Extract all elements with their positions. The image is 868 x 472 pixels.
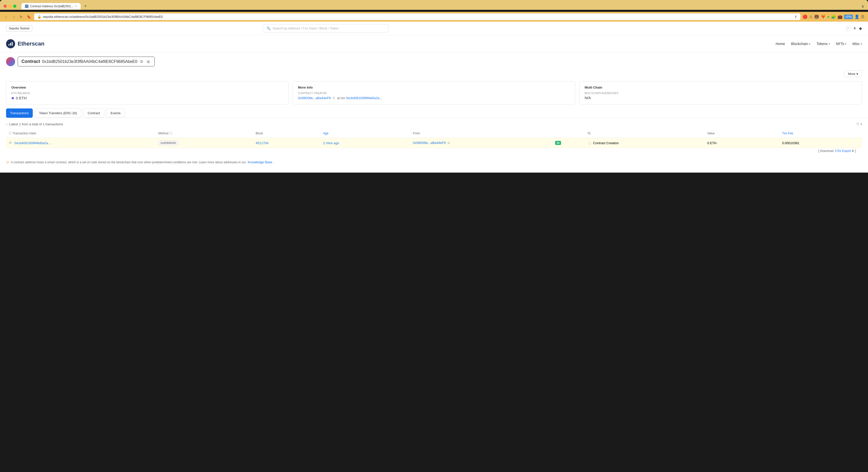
- td-txhash: 👁 0xcb4061009f48d0a2a...: [6, 138, 156, 148]
- qr-code-button[interactable]: ⊞: [146, 59, 151, 64]
- tab-events[interactable]: Events: [106, 108, 125, 118]
- nav-icons: / ☀ ◆: [845, 26, 862, 31]
- close-button[interactable]: [3, 4, 7, 8]
- url-text: sepolia.etherscan.io/address/0x1bdB2501b…: [43, 15, 163, 19]
- bear-icon[interactable]: 🐻: [814, 14, 819, 19]
- contract-creator-label: CONTRACT CREATOR: [298, 92, 570, 95]
- address-bar[interactable]: 🔒 sepolia.etherscan.io/address/0x1bdB250…: [34, 13, 801, 20]
- active-tab[interactable]: Contract Address 0x1bdB2501... ✕: [22, 3, 81, 9]
- multi-chain-title: Multi Chain: [585, 86, 857, 89]
- txhash-link[interactable]: 0xcb4061009f48d0a2a...: [14, 141, 51, 145]
- alert-icon[interactable]: ⚠: [809, 14, 813, 19]
- multichain-label: MULTICHAIN ADDRESSES: [585, 92, 857, 95]
- th-method: Method ⓘ: [156, 129, 253, 138]
- th-dir: [553, 129, 585, 138]
- reload-button[interactable]: ↻: [19, 14, 24, 20]
- cards-row: Overview ETH BALANCE ◆ 0 ETH More Info C…: [0, 79, 868, 108]
- theme-toggle-icon[interactable]: ☀: [853, 26, 857, 31]
- td-method: 0x60806040: [156, 138, 253, 148]
- nav-nfts[interactable]: NFTs ▾: [836, 42, 846, 46]
- share-icon[interactable]: ⬆: [795, 15, 797, 19]
- from-address-link[interactable]: 0x58D09e...aBa44eF8: [413, 141, 445, 145]
- svg-rect-2: [12, 42, 13, 46]
- misc-dropdown-arrow: ▾: [861, 42, 862, 45]
- td-from: 0x58D09e...aBa44eF8 ⧉: [410, 138, 553, 148]
- row-eye-icon[interactable]: 👁: [8, 141, 12, 145]
- table-header-row: ↕ Latest 1 from a total of 1 transaction…: [6, 122, 862, 126]
- extensions-icon[interactable]: 🔴: [803, 14, 808, 19]
- filter-dropdown-arrow[interactable]: ▾: [861, 123, 862, 126]
- fullscreen-button[interactable]: [13, 4, 17, 8]
- multi-chain-card: Multi Chain MULTICHAIN ADDRESSES N/A: [579, 81, 862, 104]
- copy-creator-button[interactable]: ⧉: [332, 96, 336, 100]
- csv-suffix: ]: [855, 149, 856, 153]
- address-actions: ⬆: [795, 15, 797, 19]
- block-link[interactable]: 4511704: [256, 141, 269, 145]
- direction-badge: IN: [555, 141, 561, 145]
- top-nav: Sepolia Testnet 🔍 Search by Address / Tx…: [0, 22, 868, 35]
- new-tab-button[interactable]: +: [82, 2, 89, 10]
- th-age[interactable]: Age: [321, 129, 410, 138]
- minimize-button[interactable]: [8, 4, 11, 8]
- footer-note: ⚙ A contract address hosts a smart contr…: [0, 158, 868, 168]
- user-avatar-icon[interactable]: 👤: [855, 14, 860, 19]
- tab-token-transfers[interactable]: Token Transfers (ERC-20): [35, 108, 81, 118]
- copy-from-button[interactable]: ⧉: [446, 141, 451, 145]
- tab-transactions[interactable]: Transactions: [6, 108, 33, 118]
- green-circle-icon[interactable]: ●: [827, 14, 830, 19]
- csv-export-link[interactable]: CSV Export: [835, 149, 851, 153]
- address-bar-row: ← → ↻ 🔖 🔒 sepolia.etherscan.io/address/0…: [0, 12, 868, 22]
- csv-label: [ Download:: [818, 149, 834, 153]
- footer-text: A contract address hosts a smart contrac…: [11, 160, 274, 164]
- tokens-dropdown-arrow: ▾: [829, 42, 830, 45]
- search-icon: 🔍: [267, 26, 271, 30]
- contract-label: Contract: [22, 59, 40, 64]
- tab-contract[interactable]: Contract: [83, 108, 104, 118]
- filter-icon[interactable]: ▽: [857, 122, 859, 126]
- txn-address-link[interactable]: 0xcb4061009f48d0a2a...: [346, 96, 382, 100]
- tab-title: Contract Address 0x1bdB2501...: [30, 4, 73, 8]
- puzzle-icon[interactable]: 🧩: [831, 14, 836, 19]
- nav-blockchain[interactable]: Blockchain ▾: [791, 42, 810, 46]
- th-txhash: ⓘ Transaction Hash: [6, 129, 156, 138]
- browser-menu-icon[interactable]: ∨: [861, 3, 865, 9]
- th-txfee[interactable]: Txn Fee: [780, 129, 862, 138]
- logo-icon: [6, 39, 15, 48]
- contract-label-box: Contract 0x1bdB2501b23e3f3fBAA04bC4af8E8…: [18, 57, 155, 66]
- nav-tokens[interactable]: Tokens ▾: [816, 42, 830, 46]
- tab-close-icon[interactable]: ✕: [75, 5, 77, 7]
- contract-creator-value: 0x58D09e...aBa44eF8 ⧉ at txn 0xcb4061009…: [298, 96, 570, 100]
- eth-balance-label: ETH BALANCE: [11, 92, 283, 95]
- bookmark-button[interactable]: 🔖: [26, 14, 32, 20]
- more-info-card: More Info CONTRACT CREATOR 0x58D09e...aB…: [293, 81, 575, 104]
- td-dir: IN: [553, 138, 585, 148]
- more-button[interactable]: More ▾: [844, 70, 862, 77]
- method-info-icon[interactable]: ⓘ: [169, 131, 173, 135]
- age-link[interactable]: 2 mins ago: [323, 141, 339, 145]
- nav-misc[interactable]: Misc ▾: [852, 42, 862, 46]
- forward-button[interactable]: →: [11, 14, 17, 20]
- copy-address-button[interactable]: ⧉: [139, 59, 144, 64]
- vpn-icon[interactable]: VPN: [844, 14, 853, 19]
- etherscan-header: Etherscan Home Blockchain ▾ Tokens ▾ NFT…: [0, 35, 868, 53]
- eth-price-icon[interactable]: ◆: [859, 26, 862, 31]
- td-value: 0 ETH: [705, 138, 780, 148]
- wallet-icon[interactable]: 💼: [838, 14, 842, 19]
- knowledge-base-link[interactable]: Knowledge Base: [248, 160, 273, 164]
- more-row: More ▾: [0, 68, 868, 79]
- browser-menu-dots[interactable]: ☰: [861, 14, 865, 19]
- search-bar[interactable]: 🔍 Search by Address / Txn Hash / Block /…: [263, 24, 389, 32]
- overview-card: Overview ETH BALANCE ◆ 0 ETH: [6, 81, 289, 104]
- table-header: ⓘ Transaction Hash Method ⓘ Block Age Fr…: [6, 129, 862, 138]
- back-button[interactable]: ←: [3, 14, 9, 20]
- tab-bar: Contract Address 0x1bdB2501... ✕ +: [22, 2, 89, 10]
- nav-home[interactable]: Home: [776, 42, 785, 46]
- th-from: From: [410, 129, 553, 138]
- testnet-badge: Sepolia Testnet: [6, 25, 32, 31]
- txhash-info-icon[interactable]: ⓘ: [8, 131, 12, 135]
- csv-row: [ Download: CSV Export ⬇ ]: [6, 148, 862, 154]
- creator-address-link[interactable]: 0x58D09e...aBa44eF8: [298, 96, 331, 100]
- keyboard-shortcut-icon[interactable]: /: [845, 26, 850, 31]
- metamask-icon[interactable]: 🦊: [820, 14, 826, 19]
- table-section: ↕ Latest 1 from a total of 1 transaction…: [0, 118, 868, 158]
